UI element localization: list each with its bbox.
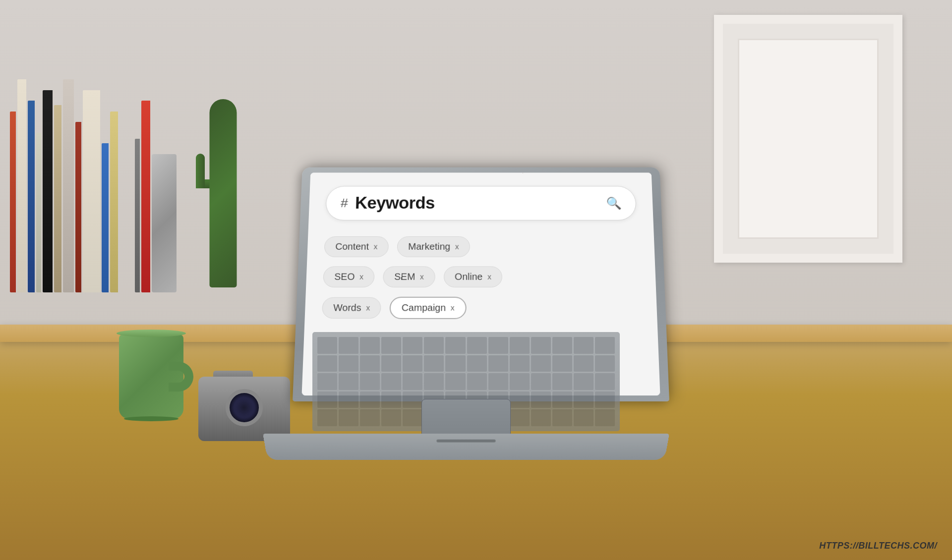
key[interactable] <box>574 409 594 426</box>
key[interactable] <box>510 337 530 354</box>
key[interactable] <box>574 392 594 408</box>
key[interactable] <box>403 373 422 390</box>
book <box>28 101 35 292</box>
key[interactable] <box>595 409 615 426</box>
key[interactable] <box>531 373 551 390</box>
key[interactable] <box>403 392 422 408</box>
key[interactable] <box>531 409 551 426</box>
book <box>83 90 100 293</box>
key[interactable] <box>339 373 358 390</box>
key[interactable] <box>381 392 401 408</box>
tag-marketing[interactable]: Marketing x <box>397 236 470 257</box>
tag-close-icon[interactable]: x <box>487 273 491 281</box>
key[interactable] <box>360 373 380 390</box>
tag-row-3: Words x Campaign x <box>322 297 640 319</box>
key[interactable] <box>424 355 444 372</box>
key[interactable] <box>574 355 594 372</box>
key[interactable] <box>445 337 465 354</box>
key[interactable] <box>552 337 572 354</box>
key[interactable] <box>467 373 487 390</box>
key[interactable] <box>552 409 572 426</box>
cactus-body <box>210 99 237 287</box>
key[interactable] <box>381 337 401 354</box>
key[interactable] <box>531 337 551 354</box>
key[interactable] <box>360 392 380 408</box>
book <box>17 79 26 292</box>
tag-row-1: Content x Marketing x <box>324 236 638 257</box>
key[interactable] <box>403 355 422 372</box>
key[interactable] <box>510 373 530 390</box>
books-container <box>10 79 218 292</box>
key[interactable] <box>381 409 401 426</box>
key[interactable] <box>339 337 358 354</box>
key[interactable] <box>595 337 615 354</box>
key[interactable] <box>424 373 444 390</box>
book <box>141 101 150 292</box>
tag-campaign[interactable]: Campaign x <box>390 297 466 319</box>
key[interactable] <box>467 337 487 354</box>
hash-icon: # <box>340 196 348 210</box>
wall-frame <box>714 15 902 263</box>
key[interactable] <box>552 355 572 372</box>
key[interactable] <box>574 337 594 354</box>
key[interactable] <box>531 392 551 408</box>
laptop-groove <box>436 440 495 443</box>
cactus <box>193 69 253 287</box>
key[interactable] <box>552 392 572 408</box>
key[interactable] <box>339 409 358 426</box>
key[interactable] <box>317 392 337 408</box>
key[interactable] <box>403 409 422 426</box>
key[interactable] <box>360 409 380 426</box>
book-end <box>152 154 177 293</box>
key[interactable] <box>488 355 508 372</box>
key[interactable] <box>317 337 337 354</box>
tag-sem[interactable]: SEM x <box>383 266 435 287</box>
laptop-base <box>263 434 669 460</box>
tag-close-icon[interactable]: x <box>451 304 455 312</box>
key[interactable] <box>360 355 380 372</box>
key[interactable] <box>317 409 337 426</box>
key[interactable] <box>552 373 572 390</box>
key[interactable] <box>510 392 530 408</box>
tag-close-icon[interactable]: x <box>455 242 459 251</box>
key[interactable] <box>445 373 465 390</box>
book <box>75 122 81 292</box>
key[interactable] <box>445 355 465 372</box>
key[interactable] <box>488 337 508 354</box>
search-bar[interactable]: # Keywords 🔍 <box>325 186 637 220</box>
key[interactable] <box>595 355 615 372</box>
key[interactable] <box>339 355 358 372</box>
key[interactable] <box>510 409 530 426</box>
tag-label: Marketing <box>408 241 450 252</box>
key[interactable] <box>531 355 551 372</box>
key[interactable] <box>595 392 615 408</box>
url-watermark: HTTPS://BILLTECHS.COM/ <box>819 541 937 551</box>
key[interactable] <box>381 373 401 390</box>
key[interactable] <box>467 355 487 372</box>
tag-label: Online <box>455 272 482 282</box>
key[interactable] <box>317 373 337 390</box>
tag-seo[interactable]: SEO x <box>323 266 375 287</box>
tag-close-icon[interactable]: x <box>359 273 363 281</box>
tag-close-icon[interactable]: x <box>366 304 370 312</box>
key[interactable] <box>339 392 358 408</box>
laptop: # Keywords 🔍 Content x Marketing <box>263 154 669 461</box>
tag-online[interactable]: Online x <box>444 266 503 287</box>
tag-label: SEO <box>334 272 355 282</box>
tag-content[interactable]: Content x <box>324 236 389 257</box>
cup-handle <box>169 362 193 392</box>
key[interactable] <box>510 355 530 372</box>
key[interactable] <box>403 337 422 354</box>
key[interactable] <box>488 373 508 390</box>
key[interactable] <box>317 355 337 372</box>
key[interactable] <box>424 337 444 354</box>
key[interactable] <box>574 373 594 390</box>
camera-lens <box>226 389 263 426</box>
key[interactable] <box>381 355 401 372</box>
tag-words[interactable]: Words x <box>322 297 381 319</box>
key[interactable] <box>595 373 615 390</box>
search-icon[interactable]: 🔍 <box>606 196 621 210</box>
key[interactable] <box>360 337 380 354</box>
tag-close-icon[interactable]: x <box>420 273 424 281</box>
tag-close-icon[interactable]: x <box>374 242 378 251</box>
